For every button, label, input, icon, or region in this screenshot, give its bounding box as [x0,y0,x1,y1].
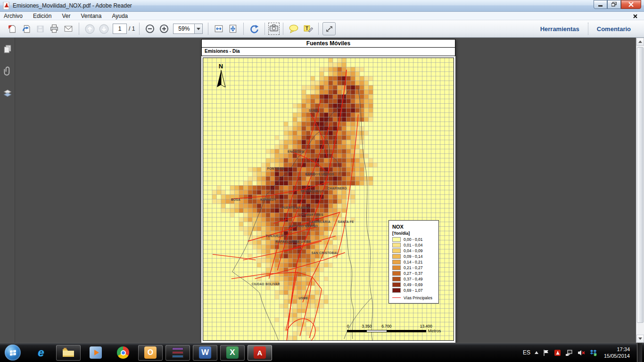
minimize-button[interactable] [594,0,607,9]
layers-icon[interactable] [3,89,12,98]
zoom-dropdown-arrow-icon[interactable] [195,24,203,34]
legend-range-label: 0,27 - 0,37 [404,271,423,276]
map-legend: NOX [Ton/día] 0,00 - 0,010,01 - 0,040,04… [388,220,439,304]
zoom-out-icon[interactable] [143,22,157,35]
fullscreen-icon[interactable] [322,22,336,35]
legend-range-label: 0,21 - 0,27 [404,265,423,270]
legend-swatch [392,282,401,287]
legend-row: 0,49 - 0,69 [392,282,435,288]
district-label: SANTA FE [338,220,354,223]
legend-swatch [392,265,401,270]
district-label: CIUDAD BOLIVAR [252,282,280,286]
north-arrow-icon [216,69,226,88]
legend-roads-entry: Vías Principales [392,296,435,300]
taskbar-app-winrar[interactable] [165,345,190,361]
start-button[interactable] [5,345,21,361]
north-arrow: N [216,64,226,90]
district-label: SUBA [309,108,318,112]
close-button[interactable] [621,0,641,9]
district-label: SAN CRISTOBAL [311,251,338,255]
legend-range-label: 0,49 - 0,69 [404,282,423,287]
titlebar: Emisiones_Movilidad_NOX.pdf - Adobe Read… [0,0,644,12]
scale-bar-segments [347,330,426,332]
zoom-level-value: 59% [173,24,195,34]
menubar: ArchivoEdiciónVerVentanaAyuda [0,12,644,20]
comment-bubble-icon[interactable] [287,22,300,35]
taskbar-app-outlook[interactable]: O [138,345,163,361]
taskbar-app-internet-explorer[interactable]: e [29,345,53,361]
district-label: KENNEDY [260,197,276,201]
scroll-thumb[interactable] [637,47,644,323]
district-label: PUENTE ARANDA [281,206,310,209]
pdf-page: Fuentes Móviles Emisiones - Día [201,39,455,343]
north-label: N [216,64,226,69]
taskbar-app-excel[interactable]: X [220,345,245,361]
legend-row: 0,09 - 0,14 [392,254,435,259]
rotate-view-icon[interactable] [248,22,261,35]
page-number-input[interactable]: 1 [113,24,127,34]
close-document-icon[interactable] [633,12,637,20]
legend-range-label: 0,04 - 0,09 [404,248,423,253]
legend-range-label: 0,69 - 1,07 [404,288,423,293]
tray-language[interactable]: ES [523,349,530,356]
document-area[interactable]: Fuentes Móviles Emisiones - Día [15,38,636,343]
menu-item-ventana[interactable]: Ventana [81,13,101,19]
next-page-icon[interactable] [97,22,110,35]
doc-subtitle: Emisiones - Día [201,48,455,56]
page-thumbnails-icon[interactable] [3,44,12,54]
volume-muted-icon[interactable] [578,349,586,356]
save-icon[interactable] [33,22,47,35]
action-center-flag-icon[interactable] [543,349,550,356]
legend-range-label: 0,00 - 0,01 [404,237,423,242]
vertical-scrollbar[interactable] [636,38,644,343]
zoom-in-icon[interactable] [157,22,171,35]
menu-item-archivo[interactable]: Archivo [4,13,23,19]
scroll-down-button[interactable] [636,335,644,343]
taskbar: eOWXA ES 17:34 15/05/2014 [0,343,644,362]
save-as-icon[interactable] [19,22,33,35]
scale-tick: 0 [347,324,349,329]
legend-swatch [392,243,401,247]
taskbar-app-media-player[interactable] [83,345,108,361]
comment-panel-button[interactable]: Comentario [588,25,639,33]
windows-flag-icon [10,350,16,355]
open-icon[interactable] [5,22,18,35]
taskbar-app-word[interactable]: W [193,345,217,361]
print-icon[interactable] [48,22,61,35]
menu-item-ayuda[interactable]: Ayuda [112,13,128,19]
tray-expand-icon[interactable] [535,351,538,354]
zoom-level-select[interactable]: 59% [173,24,203,34]
tray-clock[interactable]: 17:34 15/05/2014 [604,346,630,360]
dropbox-icon[interactable] [590,349,597,356]
scale-tick: 6.700 [381,324,391,329]
show-desktop-button[interactable] [637,343,642,362]
scale-tick: 13.400 [420,324,432,329]
district-label: CHAPINERO [327,186,347,189]
doc-title: Fuentes Móviles [201,39,455,48]
taskbar-app-windows-explorer[interactable] [56,345,81,361]
district-label: ENGATIVA [288,149,304,153]
scroll-up-button[interactable] [636,38,644,46]
legend-swatch [392,237,401,242]
attachments-icon[interactable] [3,66,12,76]
tools-panel-button[interactable]: Herramientas [532,25,588,33]
taskbar-app-adobe-reader[interactable]: A [248,345,272,361]
adobe-reader-window: Emisiones_Movilidad_NOX.pdf - Adobe Read… [0,0,644,362]
district-label: RAFAEL URIBE URIBE [275,240,311,243]
road-line-swatch [392,297,401,298]
fit-width-icon[interactable] [212,22,225,35]
menu-item-ver[interactable]: Ver [62,13,70,19]
taskbar-app-chrome[interactable] [111,345,135,361]
network-icon[interactable] [565,349,573,356]
legend-row: 0,37 - 0,49 [392,276,435,282]
adobe-updater-icon[interactable] [554,349,561,356]
text-highlight-icon[interactable]: T [301,22,314,35]
legend-range-label: 0,14 - 0,21 [404,260,423,264]
restore-button[interactable] [607,0,621,9]
snapshot-icon[interactable] [268,23,280,35]
fit-page-icon[interactable] [226,22,239,35]
menu-item-edicion[interactable]: Edición [33,13,51,19]
previous-page-icon[interactable] [83,22,96,35]
toolbar: 1 / 1 59% T [0,20,644,38]
email-icon[interactable] [62,22,75,35]
